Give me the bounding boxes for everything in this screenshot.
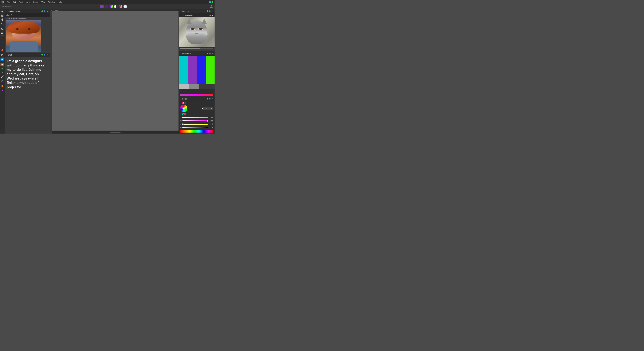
ref2-dots [207,53,210,54]
emily-expand-btn[interactable]: ▶ [47,10,48,12]
color-indicator-1[interactable] [182,113,184,115]
bartholomew-bar: bartholomew [179,14,214,17]
slider-y-track[interactable] [182,124,208,125]
tool-anchor[interactable] [0,67,4,71]
slider-y-value: 2 [208,123,213,125]
menu-window[interactable]: Window [47,1,56,3]
menu-layer[interactable]: Layer [24,1,32,3]
status-dot-teal [209,1,211,3]
tool-pencil[interactable] [0,40,4,44]
barto-drag[interactable] [180,14,181,17]
emily-dot-blue [44,11,45,12]
menu-file[interactable]: File [6,1,12,3]
color-bar-cyan [179,56,188,84]
slider-y-thumb[interactable] [182,123,184,125]
tool-line[interactable] [0,75,4,79]
color-bars [179,56,214,84]
small-color-indicator[interactable] [182,102,184,104]
stream-tab[interactable]: 'al' Art Stream [6,14,16,16]
ref1-expand-btn[interactable]: ✕ [212,10,213,12]
ref1-drag[interactable] [180,10,181,13]
slider-m-track[interactable] [182,120,208,121]
tool-connect[interactable] [0,79,4,83]
color-wheel-area: CMYK [180,102,213,115]
small-dark-indicator[interactable] [184,102,186,104]
chat-expand-btn[interactable]: ▶ [47,54,48,56]
slider-c-label: C: [180,117,182,118]
emily-panel-title: emilygdesign [8,10,40,12]
color-header: Color ✕ [179,97,214,101]
slider-k-thumb[interactable] [182,127,183,128]
color-wheel[interactable] [180,105,188,112]
color-drag[interactable] [180,98,181,100]
toolbar-white-circle[interactable] [123,5,127,9]
menu-edit[interactable]: Edit [12,1,18,3]
panel-chat-header: chat ▶ [5,53,50,57]
gray-bar-dark [189,84,199,89]
ref2-expand-btn[interactable]: ✕ [212,53,213,54]
panel-emily: emilygdesign ▶ 'al' Art Stream photo by … [5,9,50,53]
svg-rect-12 [2,59,3,60]
gray-bars [179,84,214,89]
tool-rect[interactable] [0,54,4,57]
tool-circle-active[interactable] [0,63,4,67]
menu-select[interactable]: Select [32,1,40,3]
tool-paint[interactable] [0,31,4,35]
slider-m-thumb[interactable] [207,120,208,122]
tool-select[interactable] [0,14,4,18]
slider-c-thumb[interactable] [198,117,200,118]
slider-c-track[interactable] [182,117,208,118]
chat-content: I'm a graphic designer with too many thi… [5,57,50,134]
canvas-area[interactable]: 'al' Art Stream 010020030040050060070080… [50,9,178,134]
tool-dropper[interactable] [0,88,4,92]
cat-photo [179,17,214,47]
slider-k-track[interactable] [182,127,208,128]
tool-sep-4 [1,62,4,62]
color-expand-btn[interactable]: ✕ [212,98,213,100]
menu-help[interactable]: Help [57,1,63,3]
drag-handle[interactable] [6,10,7,13]
main-layout: T emilygdesign [0,9,214,134]
scroll-bar-bottom[interactable] [52,131,178,134]
canvas-inner[interactable] [52,12,178,130]
ref2-drag[interactable] [180,52,181,55]
svg-point-17 [1,77,2,78]
emily-panel-dots [42,11,45,12]
no-selection-label: No Selection [2,6,12,8]
chat-dot-blue [44,54,45,56]
tool-crop[interactable] [0,27,4,31]
tool-select-arrow[interactable] [0,10,4,14]
toolbar: No Selection [0,4,214,9]
tool-fill[interactable] [0,84,4,88]
tool-eraser[interactable] [0,48,4,52]
color-panel-dots [207,98,210,100]
color-indicator-2[interactable] [184,113,186,115]
gray-bar-darker [199,84,214,89]
color-mode-select[interactable]: CMYK [203,107,213,110]
chat-panel-dots [42,54,45,56]
barto-dot-yellow [212,15,213,16]
emily-dot-green [42,11,43,12]
toolbar-color-circle[interactable] [119,5,122,9]
tool-hand[interactable] [0,18,4,22]
toolbar-purple-sq[interactable] [100,5,104,9]
ref1-dot-blue [209,11,210,12]
chat-drag-handle[interactable] [6,54,7,56]
rainbow-bar[interactable] [180,130,213,133]
toolbar-color-wheel[interactable] [109,5,113,9]
tool-pen[interactable] [0,44,4,48]
menu-text[interactable]: Text [18,1,24,3]
tool-zoom[interactable] [0,22,4,26]
color-bar-blue [196,56,206,84]
tool-shape[interactable] [0,58,4,61]
menu-view[interactable]: View [40,1,47,3]
right-panels: Reference ✕ bartholomew [178,9,214,134]
toolbar-half-circle[interactable] [114,5,118,9]
slider-c-value: 64 [208,117,213,118]
toolbar-dark-sq[interactable] [104,5,108,9]
tool-text[interactable]: T [0,71,4,75]
chat-panel-title: chat [8,54,40,56]
photo-credit: photo by @oliviarae.design [6,18,48,20]
tool-brush[interactable] [0,36,4,40]
app-logo[interactable] [1,1,4,4]
